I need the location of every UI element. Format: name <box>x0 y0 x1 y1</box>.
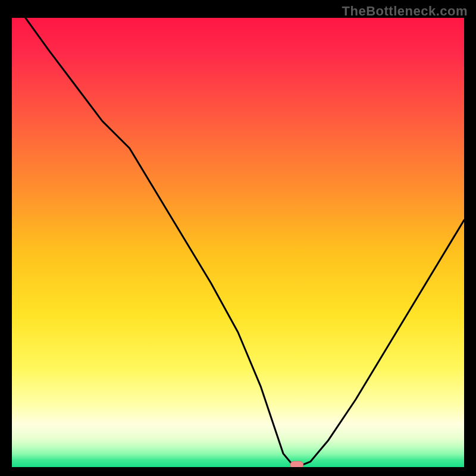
chart-frame: TheBottleneck.com <box>0 0 476 476</box>
bottleneck-chart <box>12 18 464 467</box>
optimal-point-marker <box>290 461 303 467</box>
gradient-background <box>12 18 464 467</box>
watermark-text: TheBottleneck.com <box>342 4 468 19</box>
plot-area <box>12 18 464 467</box>
